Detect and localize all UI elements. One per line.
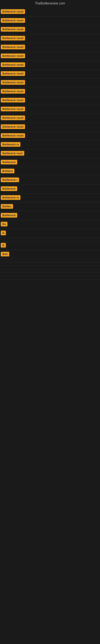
list-item: B	[0, 241, 100, 250]
list-item: Bott	[0, 250, 100, 259]
bottleneck-badge[interactable]: Bottleneck r	[1, 178, 19, 182]
list-item: Bottleneck result	[0, 78, 100, 87]
list-item: Bottleneck result	[0, 61, 100, 70]
bottleneck-badge[interactable]: Bottleneck re	[1, 142, 20, 147]
list-item	[0, 259, 100, 262]
list-item: Bo	[0, 220, 100, 229]
list-item: Bottleneck result	[0, 8, 100, 16]
bottleneck-badge[interactable]: Bottleneck result	[1, 107, 25, 111]
bottleneck-badge[interactable]: Bottleneck result	[1, 36, 25, 40]
list-item	[0, 262, 100, 266]
list-item: Bottleneck result	[0, 123, 100, 132]
bottleneck-badge[interactable]: Bottleneck result	[1, 80, 25, 85]
bottleneck-badge[interactable]: Bo	[1, 222, 7, 226]
list-item: Bottleneck result	[0, 87, 100, 96]
list-item: Bottlene	[0, 167, 100, 176]
list-item: Bottleneck result	[0, 52, 100, 61]
bottleneck-badge[interactable]: Bottleneck result	[1, 45, 25, 49]
list-item	[0, 273, 100, 276]
list-item	[0, 238, 100, 241]
bottleneck-badge[interactable]: Bottleneck resul	[1, 151, 24, 156]
list-item	[0, 276, 100, 280]
bottleneck-badge[interactable]: Bottleneck result	[1, 18, 25, 23]
list-item: Bottleneck result	[0, 70, 100, 78]
bottleneck-badge[interactable]: Bottleneck	[1, 186, 17, 191]
bottleneck-badge[interactable]: Bottlen	[1, 204, 13, 209]
bottleneck-badge[interactable]: Bottleneck result	[1, 89, 25, 94]
bottleneck-badge[interactable]: Bottleneck result	[1, 133, 25, 138]
bottleneck-badge[interactable]: B	[1, 243, 6, 248]
list-item: Bottleneck result	[0, 96, 100, 105]
bottleneck-badge[interactable]: Bottleneck result	[1, 71, 25, 76]
list-item: Bottleneck	[0, 211, 100, 220]
bottleneck-badge[interactable]: Bottleneck re	[1, 195, 20, 200]
list-item	[0, 266, 100, 269]
bottleneck-badge[interactable]: Bott	[1, 252, 9, 256]
list-item: Bottleneck re	[0, 194, 100, 202]
bottleneck-badge[interactable]: Bottleneck	[1, 213, 17, 218]
list-item: Bottleneck result	[0, 132, 100, 140]
bottleneck-badge[interactable]: Bottleneck result	[1, 54, 25, 58]
bottleneck-badge[interactable]: Bottleneck result	[1, 116, 25, 120]
list-item: Bottleneck	[0, 158, 100, 167]
bottleneck-badge[interactable]: Bottleneck result	[1, 62, 25, 67]
site-title: TheBottlenecker.com	[0, 0, 100, 8]
bottleneck-badge[interactable]: Bottleneck	[1, 160, 17, 164]
list-item: Bottleneck r	[0, 176, 100, 185]
list-item: Bottleneck result	[0, 43, 100, 52]
list-item	[0, 269, 100, 273]
list-item: Bottleneck result	[0, 114, 100, 123]
bottleneck-badge[interactable]: Bottleneck result	[1, 27, 25, 32]
list-item: Bottleneck resul	[0, 149, 100, 158]
list-item: Bottleneck re	[0, 140, 100, 149]
list-item: Bottleneck result	[0, 16, 100, 25]
list-item: Bottleneck result	[0, 25, 100, 34]
bottleneck-badge[interactable]: Bottleneck result	[1, 9, 25, 14]
list-item: B	[0, 229, 100, 238]
list-item: Bottlen	[0, 202, 100, 211]
bottleneck-badge[interactable]: B	[1, 231, 6, 235]
list-item: Bottleneck	[0, 185, 100, 194]
list-item: Bottleneck result	[0, 105, 100, 114]
bottleneck-badge[interactable]: Bottleneck result	[1, 98, 25, 102]
list-item: Bottleneck result	[0, 34, 100, 43]
bottleneck-badge[interactable]: Bottleneck result	[1, 124, 25, 129]
bottleneck-badge[interactable]: Bottlene	[1, 169, 14, 173]
